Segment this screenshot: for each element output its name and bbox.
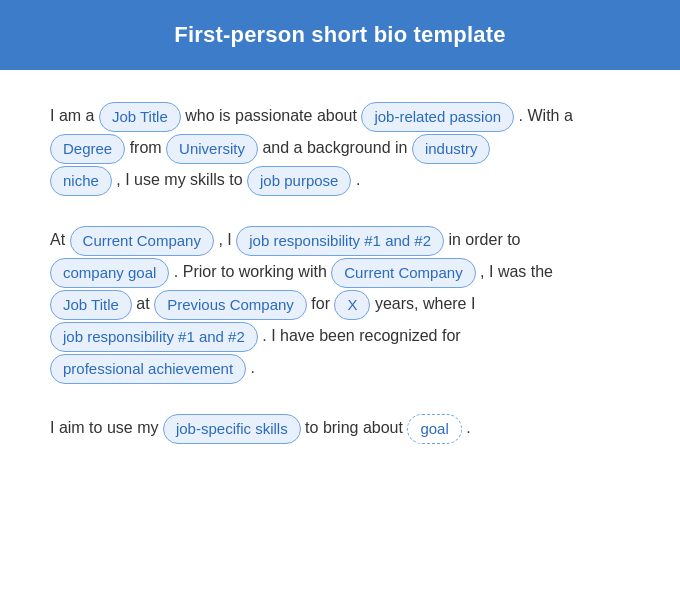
text-bring-about: to bring about xyxy=(305,419,403,436)
tag-goal[interactable]: goal xyxy=(407,414,461,444)
text-i-was: , I was the xyxy=(480,263,553,280)
tag-previous-company[interactable]: Previous Company xyxy=(154,290,307,320)
text-background-in: and a background in xyxy=(262,139,407,156)
text-i-aim: I aim to use my xyxy=(50,419,158,436)
text-at: At xyxy=(50,231,65,248)
tag-job-title-1[interactable]: Job Title xyxy=(99,102,181,132)
text-period-1: . xyxy=(356,171,360,188)
content-area: I am a Job Title who is passionate about… xyxy=(0,70,680,474)
text-skills-to: , I use my skills to xyxy=(116,171,242,188)
tag-job-purpose[interactable]: job purpose xyxy=(247,166,351,196)
text-from: from xyxy=(130,139,162,156)
tag-job-responsibility-1[interactable]: job responsibility #1 and #2 xyxy=(236,226,444,256)
tag-professional-achievement[interactable]: professional achievement xyxy=(50,354,246,384)
tag-job-title-2[interactable]: Job Title xyxy=(50,290,132,320)
text-period-2: . xyxy=(251,359,255,376)
text-in-order: in order to xyxy=(448,231,520,248)
text-with-a: . With a xyxy=(519,107,573,124)
tag-job-passion[interactable]: job-related passion xyxy=(361,102,514,132)
text-for: for xyxy=(311,295,330,312)
tag-industry[interactable]: industry xyxy=(412,134,491,164)
tag-university[interactable]: University xyxy=(166,134,258,164)
text-years-where: years, where I xyxy=(375,295,475,312)
header: First-person short bio template xyxy=(0,0,680,70)
tag-niche[interactable]: niche xyxy=(50,166,112,196)
text-at-prev: at xyxy=(136,295,149,312)
tag-job-specific-skills[interactable]: job-specific skills xyxy=(163,414,301,444)
tag-current-company-2[interactable]: Current Company xyxy=(331,258,475,288)
text-prior: . Prior to working with xyxy=(174,263,327,280)
text-period-3: . xyxy=(466,419,470,436)
paragraph-3: I aim to use my job-specific skills to b… xyxy=(50,412,630,444)
text-i-am-a: I am a xyxy=(50,107,94,124)
tag-company-goal[interactable]: company goal xyxy=(50,258,169,288)
text-recognized: . I have been recognized for xyxy=(262,327,460,344)
paragraph-2: At Current Company , I job responsibilit… xyxy=(50,224,630,384)
tag-degree[interactable]: Degree xyxy=(50,134,125,164)
tag-current-company-1[interactable]: Current Company xyxy=(70,226,214,256)
tag-years-x[interactable]: X xyxy=(334,290,370,320)
paragraph-1: I am a Job Title who is passionate about… xyxy=(50,100,630,196)
text-passionate: who is passionate about xyxy=(185,107,357,124)
text-comma-i: , I xyxy=(218,231,231,248)
tag-job-responsibility-2[interactable]: job responsibility #1 and #2 xyxy=(50,322,258,352)
page-title: First-person short bio template xyxy=(40,22,640,48)
